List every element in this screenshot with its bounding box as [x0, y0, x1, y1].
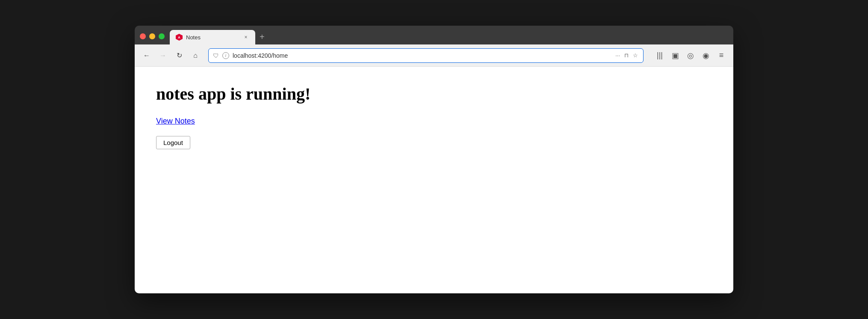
active-tab[interactable]: A Notes × [170, 30, 255, 44]
tabs-area: A Notes × + [170, 30, 733, 44]
more-options-button[interactable]: ··· [614, 51, 621, 59]
library-button[interactable]: ||| [653, 49, 667, 62]
sidebar-icon: ▣ [672, 51, 679, 60]
new-tab-button[interactable]: + [255, 32, 269, 44]
title-bar: A Notes × + [135, 26, 733, 44]
page-content: notes app is running! View Notes Logout [135, 67, 733, 293]
close-button[interactable] [140, 33, 146, 39]
library-icon: ||| [657, 51, 663, 60]
address-bar[interactable]: 🛡 i ··· ⊓ ☆ [208, 48, 644, 63]
info-icon: i [222, 52, 229, 59]
traffic-lights [140, 33, 165, 44]
browser-window: A Notes × + ← → ↻ ⌂ 🛡 i ··· ⊓ ☆ ||| [135, 26, 733, 293]
address-actions: ··· ⊓ ☆ [614, 51, 639, 59]
pocket-button[interactable]: ⊓ [623, 51, 629, 59]
refresh-button[interactable]: ↻ [172, 49, 186, 62]
nav-right-icons: ||| ▣ ◎ ◉ ≡ [653, 49, 728, 62]
angular-logo-icon: A [176, 34, 183, 41]
forward-button[interactable]: → [156, 49, 170, 62]
back-button[interactable]: ← [140, 49, 154, 62]
view-notes-link[interactable]: View Notes [156, 117, 712, 126]
sync-icon: ◎ [687, 51, 694, 60]
page-heading: notes app is running! [156, 84, 712, 104]
profile-button[interactable]: ◉ [699, 49, 713, 62]
maximize-button[interactable] [159, 33, 165, 39]
menu-button[interactable]: ≡ [714, 49, 728, 62]
menu-icon: ≡ [719, 51, 724, 60]
nav-bar: ← → ↻ ⌂ 🛡 i ··· ⊓ ☆ ||| ▣ ◎ ◉ [135, 44, 733, 67]
tab-title: Notes [186, 34, 239, 41]
profile-icon: ◉ [703, 51, 709, 60]
logout-button[interactable]: Logout [156, 136, 190, 149]
sidebar-button[interactable]: ▣ [668, 49, 682, 62]
tab-favicon: A [176, 34, 183, 41]
home-button[interactable]: ⌂ [189, 49, 202, 62]
minimize-button[interactable] [149, 33, 155, 39]
sync-button[interactable]: ◎ [684, 49, 697, 62]
bookmark-button[interactable]: ☆ [632, 51, 639, 59]
shield-icon: 🛡 [213, 52, 219, 59]
address-input[interactable] [233, 52, 611, 59]
tab-close-button[interactable]: × [242, 34, 249, 41]
